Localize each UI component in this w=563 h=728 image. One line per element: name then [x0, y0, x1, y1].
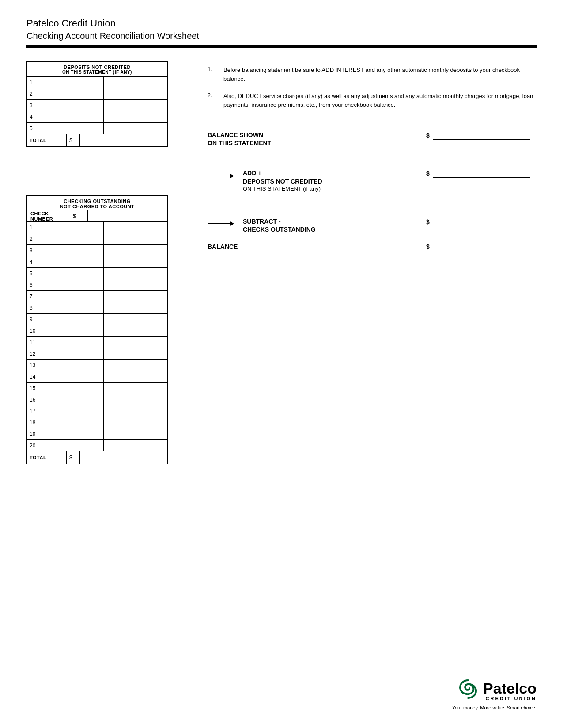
logo-container: Patelco CREDIT UNION	[452, 678, 537, 704]
checking-total-row: TOTAL $	[27, 451, 167, 464]
table-row: 18	[27, 417, 167, 428]
deposits-credited-amount: $	[426, 169, 537, 178]
table-row: 5	[27, 268, 167, 279]
patelco-spiral-icon	[457, 678, 480, 701]
table-row: 15	[27, 383, 167, 394]
table-row: 3	[27, 100, 167, 111]
subtract-arrow-shaft	[208, 223, 230, 224]
table-row: 17	[27, 405, 167, 417]
table-row: 4	[27, 256, 167, 268]
checks-outstanding-line	[433, 218, 530, 226]
table-row: 4	[27, 111, 167, 123]
arrow-head-icon	[230, 173, 234, 179]
table-row: 9	[27, 314, 167, 325]
add-arrow	[208, 173, 234, 179]
final-balance-amount: $	[426, 242, 537, 251]
table-row: 3	[27, 245, 167, 256]
table-row: 1	[27, 222, 167, 233]
logo-icon	[457, 678, 480, 704]
table-row: 8	[27, 302, 167, 314]
table-row: 2	[27, 233, 167, 245]
left-column: DEPOSITS NOT CREDITED ON THIS STATEMENT …	[26, 61, 190, 464]
table-row: 2	[27, 88, 167, 100]
deposits-table: DEPOSITS NOT CREDITED ON THIS STATEMENT …	[26, 61, 168, 147]
subtract-section: SUBTRACT - CHECKS OUTSTANDING $	[208, 218, 537, 233]
instruction-1: 1. Before balancing statement be sure to…	[208, 66, 537, 83]
table-row: 12	[27, 348, 167, 360]
table-spacer	[26, 165, 190, 191]
table-row: 14	[27, 371, 167, 383]
checks-outstanding-amount: $	[426, 218, 537, 226]
right-column: 1. Before balancing statement be sure to…	[208, 61, 537, 464]
page: Patelco Credit Union Checking Account Re…	[0, 0, 563, 728]
page-title: Checking Account Reconciliation Workshee…	[26, 31, 537, 41]
balance-shown-row: BALANCE SHOWN ON THIS STATEMENT $	[208, 131, 537, 147]
table-row: 7	[27, 291, 167, 302]
total-row: TOTAL $	[27, 134, 167, 146]
add-section: ADD + DEPOSITS NOT CREDITED ON THIS STAT…	[208, 169, 537, 191]
table-row: 10	[27, 325, 167, 337]
table-row: 13	[27, 360, 167, 371]
final-balance-line	[433, 242, 530, 251]
bottom-logo: Patelco CREDIT UNION Your money. More va…	[452, 678, 537, 710]
final-balance-row: BALANCE $	[208, 242, 537, 251]
balance-shown-line	[433, 131, 530, 140]
instructions-section: 1. Before balancing statement be sure to…	[208, 61, 537, 109]
instruction-2: 2. Also, DEDUCT service charges (if any)…	[208, 92, 537, 109]
table-row: 11	[27, 337, 167, 348]
header: Patelco Credit Union Checking Account Re…	[26, 18, 537, 48]
main-content: DEPOSITS NOT CREDITED ON THIS STATEMENT …	[26, 61, 537, 464]
subtract-arrow-head-icon	[230, 221, 234, 226]
table-row: 5	[27, 123, 167, 134]
running-total-area	[208, 197, 537, 204]
subtract-arrow	[208, 221, 234, 226]
company-name: Patelco Credit Union	[26, 18, 537, 29]
running-total-line	[439, 197, 537, 204]
table-row: 1	[27, 77, 167, 88]
table-row: 20	[27, 440, 167, 451]
arrow-shaft	[208, 176, 230, 176]
checking-header: CHECKING OUTSTANDING NOT CHARGED TO ACCO…	[27, 196, 167, 210]
column-headers: CHECK NUMBER $	[27, 210, 167, 222]
checking-table: CHECKING OUTSTANDING NOT CHARGED TO ACCO…	[26, 195, 168, 464]
table-row: 16	[27, 394, 167, 405]
deposits-credited-line	[433, 169, 530, 178]
balance-section: BALANCE SHOWN ON THIS STATEMENT $	[208, 131, 537, 251]
table-row: 19	[27, 428, 167, 440]
deposits-header: DEPOSITS NOT CREDITED ON THIS STATEMENT …	[27, 62, 167, 77]
table-row: 6	[27, 279, 167, 291]
balance-shown-amount: $	[426, 131, 537, 140]
header-rule	[26, 45, 537, 48]
logo-text-group: Patelco CREDIT UNION	[483, 681, 537, 701]
